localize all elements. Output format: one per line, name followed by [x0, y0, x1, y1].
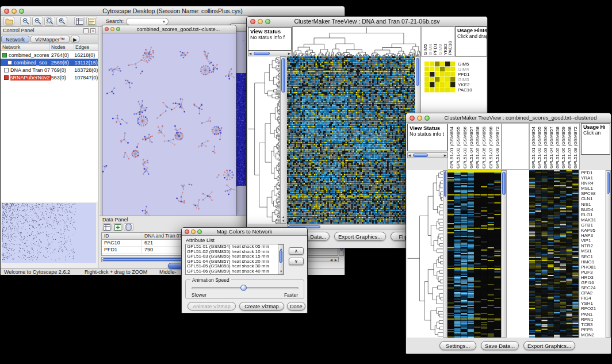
- export-graphics-button[interactable]: Export Graphics...: [523, 341, 575, 350]
- network-type-icon: [4, 75, 9, 80]
- export-graphics-button[interactable]: Export Graphics...: [334, 232, 386, 241]
- tv1-column-dendrogram[interactable]: [292, 26, 421, 58]
- tv2-column-label: GPL51-03 (GSM856: [462, 124, 468, 168]
- tv1-row-dendrogram[interactable]: [248, 56, 280, 224]
- scroll-left-icon[interactable]: ◀: [249, 52, 251, 55]
- column-header-edges[interactable]: Edges: [74, 44, 98, 51]
- network-nodes-cell: 2569(6): [51, 60, 75, 66]
- close-button[interactable]: [410, 116, 415, 121]
- create-vizmap-button[interactable]: Create Vizmap: [239, 302, 284, 311]
- network-window-title: combined_scores_good.txt--cluste...: [125, 26, 231, 32]
- zoom-in-button[interactable]: [32, 17, 43, 26]
- tab-network[interactable]: Network: [1, 36, 29, 43]
- minimize-button[interactable]: [191, 229, 196, 234]
- network-window-1-titlebar[interactable]: combined_scores_good.txt--cluste...: [102, 25, 236, 33]
- save-data-button[interactable]: Save Data...: [481, 341, 519, 350]
- animation-speed-label: Animation Speed: [190, 277, 231, 283]
- scroll-left-icon[interactable]: ◀: [408, 154, 411, 157]
- scroll-down-icon[interactable]: ▼: [280, 270, 282, 273]
- zoom-selected-icon: [46, 17, 54, 25]
- attribute-list-item[interactable]: GPL51-07 (GSM868) heat shock 60 min: [186, 274, 284, 275]
- animate-vizmap-button[interactable]: Animate Vizmap: [188, 302, 236, 311]
- window-controls: [250, 19, 270, 24]
- tv2-column-label: GPL51-01 (GSM854: [531, 124, 536, 168]
- zoom-out-button[interactable]: [20, 17, 31, 26]
- zoom-window-button[interactable]: [424, 116, 430, 121]
- show-network-button[interactable]: [74, 17, 85, 26]
- float-panel-icon[interactable]: [83, 28, 89, 33]
- tv2-secondary-heatmap[interactable]: [529, 170, 579, 338]
- tv2-heatmap-vscrollbar[interactable]: [501, 170, 507, 338]
- network-nodes-cell: 2764(0): [51, 52, 75, 58]
- zoom-window-button[interactable]: [116, 27, 120, 31]
- scroll-right-icon[interactable]: ▶: [444, 154, 446, 157]
- tv2-dendro-vscrollbar[interactable]: [443, 170, 447, 338]
- attribute-list-scrollbar[interactable]: ▲ ▼: [278, 244, 284, 274]
- network-overview-thumbnail[interactable]: [2, 203, 96, 263]
- minimize-button[interactable]: [417, 116, 422, 121]
- tv1-column-label: PFD1: [433, 28, 438, 55]
- treeview1-titlebar[interactable]: ClusterMaker TreeView : DNA and Tran 07-…: [247, 17, 487, 26]
- move-down-button[interactable]: ∨: [289, 258, 304, 265]
- tv1-dendro-vscrollbar[interactable]: ▲ ▼: [280, 56, 286, 224]
- minimize-button[interactable]: [258, 19, 263, 24]
- zoom-window-button[interactable]: [265, 19, 270, 24]
- zoom-window-button[interactable]: [197, 229, 202, 234]
- close-panel-icon[interactable]: ×: [90, 28, 95, 33]
- attribute-list-label: Attribute List: [186, 237, 215, 243]
- tv2-gene-vscrollbar[interactable]: [606, 170, 611, 338]
- network-window-1[interactable]: combined_scores_good.txt--cluste...: [102, 25, 236, 216]
- tv2-heatmap[interactable]: [447, 170, 501, 338]
- create-attribute-button[interactable]: [113, 223, 123, 231]
- scroll-up-icon[interactable]: ▲: [282, 215, 285, 219]
- treeview2-window[interactable]: ClusterMaker TreeView : combined_scores_…: [406, 113, 611, 354]
- tv1-heatmap[interactable]: [287, 56, 415, 224]
- zoom-window-button[interactable]: [19, 9, 24, 14]
- attribute-store-button[interactable]: [124, 223, 133, 231]
- done-button[interactable]: Done: [287, 302, 305, 311]
- tab-overflow-arrow[interactable]: ▶: [71, 36, 79, 43]
- close-button[interactable]: [250, 19, 255, 24]
- network-table-row[interactable]: combined_sco2569(6)13112(15): [1, 59, 98, 66]
- network-table-row[interactable]: sRNAPuberNov2563(0)107847(0): [1, 74, 98, 81]
- tv1-dendro-hscrollbar[interactable]: ◀ ▶: [248, 51, 292, 56]
- annotation-button[interactable]: [86, 17, 97, 26]
- cytoscape-titlebar[interactable]: Cytoscape Desktop (Session Name: collins…: [1, 6, 345, 16]
- move-up-button[interactable]: ∧: [289, 247, 304, 255]
- settings-button[interactable]: Settings...: [439, 341, 476, 350]
- zoom-fit-button[interactable]: [56, 17, 67, 26]
- scroll-right-icon[interactable]: ▶: [288, 52, 290, 55]
- network-table-row[interactable]: DNA and Tran 07769(0)183728(0): [1, 66, 98, 74]
- tv2-gene-label: SPC98: [581, 191, 605, 196]
- scroll-left-icon[interactable]: ◀: [330, 258, 332, 262]
- map-colors-dialog[interactable]: Map Colors to Network Attribute List GPL…: [181, 227, 308, 313]
- minimize-button[interactable]: [12, 9, 17, 14]
- slider-thumb[interactable]: [240, 285, 247, 291]
- tv2-row-dendrogram[interactable]: [407, 170, 443, 338]
- tv1-column-label: GIM5: [423, 28, 428, 55]
- zoom-selected-button[interactable]: [44, 17, 55, 26]
- column-header-network[interactable]: Network: [1, 44, 50, 51]
- close-button[interactable]: [4, 9, 9, 14]
- tv2-dendro-hscrollbar[interactable]: ◀ ▶: [407, 152, 447, 158]
- attribute-list[interactable]: GPL51-01 (GSM854) heat shock 05 minGPL51…: [185, 244, 284, 275]
- select-attributes-button[interactable]: [102, 223, 112, 231]
- network-type-icon: [4, 68, 9, 72]
- network-table-row[interactable]: combined_scores2764(0)16218(0): [1, 51, 98, 59]
- treeview2-titlebar[interactable]: ClusterMaker TreeView : combined_scores_…: [406, 113, 611, 123]
- tab-vizmapper[interactable]: VizMapper™: [30, 36, 70, 43]
- network-edges-cell: 107847(0): [74, 75, 98, 81]
- close-button[interactable]: [105, 27, 109, 31]
- id-column-header[interactable]: ID: [102, 233, 142, 239]
- tv1-correlation-matrix[interactable]: [424, 62, 456, 93]
- network-view-1[interactable]: [102, 33, 236, 216]
- open-session-button[interactable]: [3, 17, 14, 26]
- tv2-gene-label: FIG4: [581, 296, 605, 301]
- close-button[interactable]: [185, 229, 189, 234]
- search-combobox[interactable]: ▼: [126, 18, 169, 25]
- scroll-down-icon[interactable]: ▼: [282, 219, 285, 223]
- map-colors-titlebar[interactable]: Map Colors to Network: [182, 228, 307, 236]
- column-header-nodes[interactable]: Nodes: [50, 44, 74, 51]
- minimize-button[interactable]: [110, 27, 114, 31]
- scroll-right-icon[interactable]: ▶: [335, 258, 337, 262]
